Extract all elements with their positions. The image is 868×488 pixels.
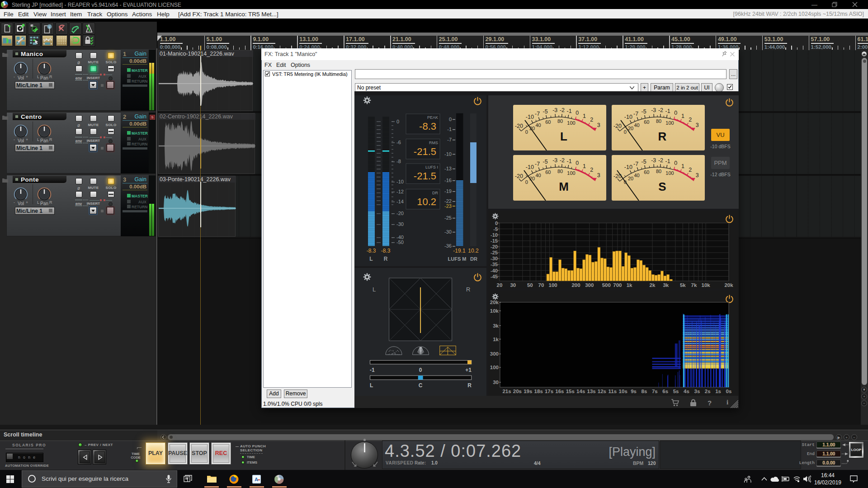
svg-text:10k: 10k: [490, 308, 499, 314]
svg-text:-13: -13: [444, 166, 452, 171]
svg-text:-23: -23: [444, 203, 452, 209]
svg-text:-7: -7: [633, 161, 638, 167]
svg-text:R: R: [466, 286, 470, 293]
svg-text:1: 1: [681, 113, 684, 119]
svg-text:-30: -30: [396, 221, 404, 227]
svg-text:-25: -25: [491, 250, 498, 255]
svg-text:17s: 17s: [545, 389, 553, 394]
svg-text:-40: -40: [491, 268, 498, 273]
svg-text:-36: -36: [444, 243, 452, 249]
svg-text:40: 40: [634, 122, 639, 128]
svg-text:-7: -7: [447, 137, 452, 142]
svg-text:-5: -5: [493, 226, 498, 232]
svg-text:2: 2: [689, 117, 692, 123]
svg-text:300: 300: [585, 282, 594, 288]
svg-text:0: 0: [624, 129, 627, 135]
svg-text:700: 700: [613, 282, 622, 288]
svg-text:10.2: 10.2: [468, 248, 479, 254]
svg-text:-10: -10: [526, 114, 534, 120]
svg-text:80: 80: [557, 118, 563, 124]
svg-text:21s: 21s: [502, 389, 511, 394]
svg-text:0: 0: [419, 367, 422, 373]
svg-text:500: 500: [602, 282, 611, 288]
svg-text:-10: -10: [444, 151, 452, 157]
svg-text:7k: 7k: [691, 282, 697, 288]
svg-text:-8.3: -8.3: [381, 248, 391, 254]
svg-text:100: 100: [665, 170, 674, 176]
svg-text:13s: 13s: [587, 389, 596, 394]
svg-text:2: 2: [689, 167, 692, 173]
svg-text:0: 0: [495, 221, 498, 226]
svg-text:-2: -2: [658, 157, 663, 164]
svg-text:-14: -14: [396, 199, 404, 204]
svg-text:19s: 19s: [524, 389, 532, 394]
svg-text:1k: 1k: [493, 337, 499, 342]
svg-text:5k: 5k: [680, 282, 686, 288]
svg-text:80: 80: [656, 169, 661, 174]
svg-text:-21.5: -21.5: [414, 170, 436, 182]
svg-text:2k: 2k: [650, 282, 656, 288]
svg-text:100: 100: [665, 120, 674, 126]
svg-text:-7: -7: [535, 161, 540, 167]
svg-text:11s: 11s: [609, 389, 617, 394]
svg-text:0: 0: [674, 110, 677, 116]
svg-text:20k: 20k: [724, 282, 733, 288]
svg-text:-8.3: -8.3: [419, 121, 436, 132]
svg-text:A: A: [255, 477, 258, 482]
svg-text:-5: -5: [543, 159, 548, 165]
svg-text:80: 80: [656, 118, 661, 124]
svg-text:100: 100: [567, 120, 575, 126]
svg-text:10.2: 10.2: [417, 196, 436, 207]
svg-text:-7: -7: [633, 111, 638, 117]
svg-text:3k: 3k: [493, 323, 499, 328]
svg-text:60: 60: [644, 119, 649, 125]
svg-text:-16: -16: [444, 178, 452, 183]
svg-text:LUFS M: LUFS M: [448, 256, 467, 262]
svg-text:+1: +1: [465, 367, 472, 373]
svg-text:40: 40: [535, 122, 541, 128]
svg-text:20: 20: [628, 126, 633, 131]
svg-text:0: 0: [576, 110, 579, 116]
svg-text:0s: 0s: [726, 389, 732, 394]
svg-text:-20: -20: [613, 173, 622, 179]
svg-text:-35: -35: [491, 262, 498, 267]
svg-text:-10: -10: [624, 114, 632, 120]
svg-text:2: 2: [590, 167, 593, 173]
svg-text:-1: -1: [567, 108, 572, 114]
svg-text:20: 20: [497, 282, 503, 288]
svg-text:-30: -30: [444, 229, 452, 235]
svg-text:12s: 12s: [598, 389, 606, 394]
svg-text:1: 1: [681, 163, 684, 169]
svg-text:-30: -30: [491, 256, 498, 261]
svg-text:-5: -5: [642, 159, 646, 165]
svg-text:10k: 10k: [702, 282, 711, 288]
svg-text:0: 0: [449, 117, 452, 122]
svg-text:14s: 14s: [576, 389, 585, 394]
svg-text:3: 3: [696, 172, 699, 178]
svg-text:-20: -20: [515, 123, 523, 129]
svg-text:-20: -20: [491, 244, 498, 249]
svg-text:-10: -10: [491, 232, 498, 238]
svg-text:-12: -12: [396, 189, 404, 194]
svg-text:RMS: RMS: [429, 141, 438, 145]
svg-text:1s: 1s: [715, 389, 721, 394]
svg-text:-3: -3: [651, 157, 656, 164]
svg-text:20: 20: [628, 176, 633, 181]
svg-text:R: R: [658, 130, 667, 143]
svg-text:-1: -1: [447, 127, 452, 132]
svg-text:-6: -6: [396, 140, 401, 145]
svg-text:3s: 3s: [694, 389, 700, 394]
svg-text:60: 60: [545, 119, 551, 125]
svg-text:-10: -10: [396, 179, 404, 184]
svg-text:-15: -15: [491, 238, 498, 244]
svg-text:0: 0: [674, 160, 677, 166]
svg-text:30: 30: [493, 380, 499, 385]
svg-text:-7: -7: [535, 111, 540, 117]
svg-text:-10: -10: [624, 164, 632, 170]
svg-text:-2: -2: [560, 107, 565, 113]
svg-text:-5: -5: [543, 108, 548, 115]
svg-text:8s: 8s: [642, 389, 647, 394]
svg-text:-3: -3: [552, 157, 557, 164]
svg-text:DR: DR: [470, 256, 477, 262]
svg-text:L: L: [370, 382, 373, 389]
